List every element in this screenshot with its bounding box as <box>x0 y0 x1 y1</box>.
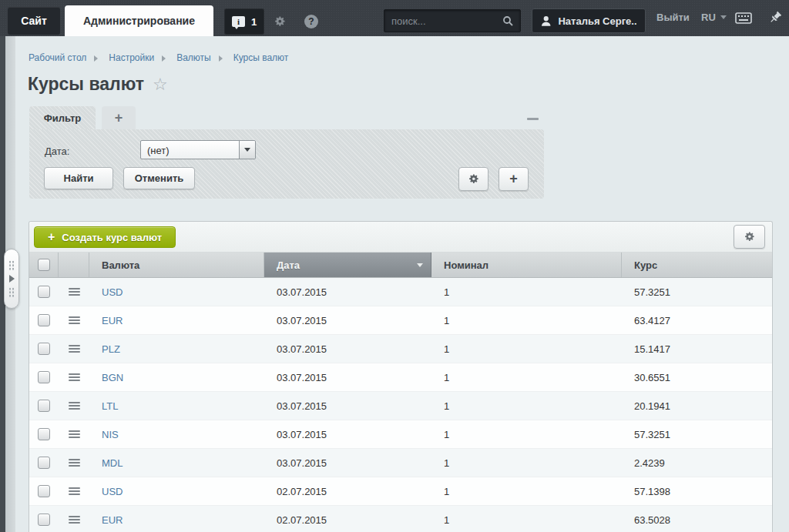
date-cell: 03.07.2015 <box>264 400 431 412</box>
rate-cell: 2.4239 <box>622 457 772 469</box>
date-cell: 02.07.2015 <box>264 486 431 497</box>
logout-link[interactable]: Выйти <box>656 12 690 23</box>
currency-link[interactable]: PLZ <box>102 343 120 355</box>
currency-link[interactable]: BGN <box>102 372 123 383</box>
page-title-row: Курсы валют ☆ <box>28 74 168 95</box>
notifications-button[interactable]: i 1 <box>224 8 264 35</box>
row-menu-icon[interactable] <box>69 459 80 467</box>
gear-icon <box>744 231 755 243</box>
row-checkbox[interactable] <box>38 485 50 497</box>
select-dropdown-button[interactable] <box>239 141 255 159</box>
table-row: MDL 03.07.2015 1 2.4239 <box>29 449 772 477</box>
language-selector[interactable]: RU <box>701 12 727 23</box>
row-menu-icon[interactable] <box>69 288 80 296</box>
grid-settings-button[interactable] <box>734 225 765 249</box>
currency-link[interactable]: USD <box>102 486 123 497</box>
row-checkbox[interactable] <box>38 400 50 412</box>
header-rate[interactable]: Курс <box>622 253 772 277</box>
expand-arrow-icon <box>9 275 18 283</box>
row-menu-icon[interactable] <box>69 430 80 438</box>
user-menu-button[interactable]: Наталья Серге... <box>532 8 646 33</box>
currency-cell: NIS <box>89 429 264 440</box>
rate-cell: 57.1398 <box>622 486 772 497</box>
row-menu-icon[interactable] <box>69 516 80 524</box>
favorite-star-icon[interactable]: ☆ <box>153 76 168 93</box>
table-row: BGN 03.07.2015 1 30.6551 <box>29 363 772 392</box>
row-checkbox[interactable] <box>38 314 50 326</box>
table-row: EUR 02.07.2015 1 63.5028 <box>29 506 772 532</box>
breadcrumb-currencies[interactable]: Валюты <box>176 52 211 63</box>
create-rate-button[interactable]: + Создать курс валют <box>34 226 176 248</box>
create-rate-label: Создать курс валют <box>62 232 162 243</box>
row-checkbox[interactable] <box>38 343 50 355</box>
date-cell: 03.07.2015 <box>264 315 431 326</box>
date-cell: 03.07.2015 <box>264 429 431 440</box>
row-check-cell <box>29 428 59 440</box>
currency-link[interactable]: USD <box>102 286 123 298</box>
row-menu-cell <box>59 516 89 524</box>
filter-tab[interactable]: Фильтр <box>29 106 96 130</box>
row-checkbox[interactable] <box>38 371 50 383</box>
add-filter-tab[interactable]: + <box>102 106 136 130</box>
currency-rates-grid: + Создать курс валют Валюта Дата Номинал… <box>29 221 773 532</box>
table-row: EUR 03.07.2015 1 63.4127 <box>29 306 772 335</box>
filter-settings-button[interactable] <box>458 167 489 191</box>
row-checkbox[interactable] <box>38 286 50 298</box>
currency-link[interactable]: EUR <box>102 315 123 326</box>
date-cell: 02.07.2015 <box>264 514 431 526</box>
currency-cell: MDL <box>89 457 264 469</box>
select-all-checkbox[interactable] <box>38 259 50 271</box>
add-filter-field-button[interactable]: + <box>499 167 529 191</box>
header-date-label: Дата <box>277 259 300 271</box>
row-check-cell <box>29 485 59 497</box>
currency-link[interactable]: LTL <box>102 400 118 412</box>
breadcrumb-settings[interactable]: Настройки <box>109 52 154 63</box>
find-button[interactable]: Найти <box>44 167 113 189</box>
date-cell: 03.07.2015 <box>264 372 431 383</box>
admin-screen: Сайт Администрирование i 1 ? Наталья Сер… <box>0 0 789 532</box>
nominal-cell: 1 <box>431 514 622 526</box>
help-icon[interactable]: ? <box>304 15 318 28</box>
breadcrumb: Рабочий стол Настройки Валюты Курсы валю… <box>29 52 288 63</box>
tab-site[interactable]: Сайт <box>8 7 60 35</box>
rate-cell: 15.1417 <box>622 343 772 355</box>
tab-administration[interactable]: Администрирование <box>65 5 213 36</box>
header-nominal[interactable]: Номинал <box>431 253 622 277</box>
row-menu-cell <box>59 487 89 495</box>
table-row: LTL 03.07.2015 1 20.1941 <box>29 392 772 420</box>
row-menu-cell <box>59 288 89 296</box>
search-input[interactable] <box>384 15 502 27</box>
date-filter-select[interactable]: (нет) <box>140 140 256 159</box>
collapse-filter-icon[interactable] <box>527 118 539 120</box>
nominal-cell: 1 <box>431 400 622 412</box>
row-menu-icon[interactable] <box>69 316 80 324</box>
user-name: Наталья Серге... <box>558 15 636 27</box>
currency-link[interactable]: MDL <box>102 457 123 469</box>
rate-cell: 57.3251 <box>622 286 772 298</box>
row-menu-icon[interactable] <box>69 487 80 495</box>
rate-cell: 57.3251 <box>622 429 772 440</box>
breadcrumb-desktop[interactable]: Рабочий стол <box>29 52 86 63</box>
row-check-cell <box>29 343 59 355</box>
row-checkbox[interactable] <box>38 514 50 526</box>
currency-link[interactable]: EUR <box>102 514 123 526</box>
keyboard-icon[interactable] <box>735 12 752 27</box>
row-menu-icon[interactable] <box>69 402 80 410</box>
breadcrumb-currency-rates[interactable]: Курсы валют <box>233 52 289 63</box>
row-checkbox[interactable] <box>38 457 50 469</box>
topbar: Сайт Администрирование i 1 ? Наталья Сер… <box>0 0 789 36</box>
settings-gear-icon[interactable] <box>274 15 286 31</box>
currency-link[interactable]: NIS <box>102 429 119 440</box>
table-row: USD 03.07.2015 1 57.3251 <box>29 278 772 306</box>
row-menu-header-cell <box>59 253 89 277</box>
header-currency[interactable]: Валюта <box>89 253 264 277</box>
cancel-button[interactable]: Отменить <box>123 167 195 189</box>
row-menu-icon[interactable] <box>69 373 80 381</box>
header-date-sorted[interactable]: Дата <box>264 253 431 277</box>
currency-cell: USD <box>89 286 264 298</box>
row-menu-icon[interactable] <box>69 345 80 353</box>
sidebar-expand-toggle[interactable] <box>4 249 19 309</box>
pin-icon[interactable] <box>767 10 783 28</box>
row-checkbox[interactable] <box>38 428 50 440</box>
search-icon[interactable] <box>502 15 514 27</box>
